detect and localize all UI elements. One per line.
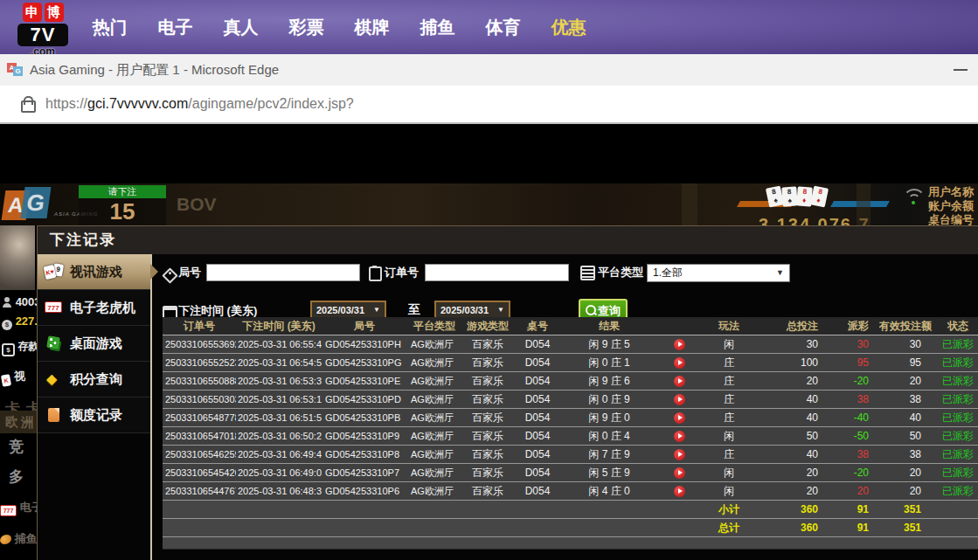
table-row: 2503310654701802025-03-31 06:50:28GD0542… [163,427,978,446]
col-header-result: 结果 [561,317,657,335]
cell-game-type: 百家乐 [461,427,514,445]
replay-play-icon[interactable] [674,467,685,479]
menu-item-table-games[interactable]: 桌面游戏 [38,326,150,362]
cell-total-bet: 100 [757,354,830,371]
menu-item-slot-machines[interactable]: 电子老虎机 [38,290,150,326]
replay-play-icon[interactable] [674,376,685,387]
cell-table-no: D054 [514,335,561,353]
minimize-button[interactable] [952,63,971,77]
deposit-label: 存款 [17,340,37,352]
table-row: 2503310655030362025-03-31 06:53:10GD0542… [163,391,978,409]
diamond-icon [45,371,64,387]
clipboard-icon [369,266,382,281]
dealt-cards: 8♠8♠8♦8♦ [767,185,837,208]
menu-item-quota-records[interactable]: 额度记录 [38,398,150,433]
info-label-2: 桌台编号 [928,213,978,225]
cell-replay [657,335,701,353]
window-title: Asia Gaming - 用户配置 1 - Microsoft Edge [30,54,279,86]
grand-total-row-valid-bet: 351 [879,519,937,536]
cell-payout: -40 [830,409,879,426]
site-logo[interactable]: 申 博 7V .com [16,3,70,58]
col-header-round-id: 局号 [322,317,407,335]
cell-play: 庄 [701,372,757,390]
col-header-game-type: 游戏类型 [461,317,514,335]
dollar-icon: $ [2,343,15,356]
cards-icon [45,264,64,280]
cell-result: 闲 7 庄 9 [561,446,657,463]
col-header-total-bet: 总投注 [757,317,830,335]
order-input[interactable] [425,264,569,281]
cell-result: 闲 0 庄 4 [561,427,657,445]
lobby-hall-europe[interactable]: 欧洲 [0,411,37,433]
menu-item-points-query[interactable]: 积分查询 [38,362,150,398]
lock-icon [21,100,36,113]
cell-result: 闲 0 庄 9 [561,391,657,408]
col-header-replay [657,317,701,335]
cell-round-id: GD054253310PG [322,354,407,371]
jackpot-value: 3,134,076.7 [759,215,870,225]
address-bar[interactable]: https://gci.7vvvvvv.com/agingame/pcv2/in… [0,86,978,124]
subtotal-row-status [937,501,978,518]
card-suit: ♦ [796,196,812,205]
nav-item-sports[interactable]: 体育 [470,0,536,54]
lobby-item-fishing[interactable]: 捕鱼王 [0,531,37,547]
table-row: 2503310654476702025-03-31 06:48:31GD0542… [163,482,978,501]
replay-play-icon[interactable] [674,357,685,369]
cell-platform: AG欧洲厅 [407,427,461,445]
nav-item-fishing[interactable]: 捕鱼 [405,0,470,54]
player-bar [830,201,890,207]
nav-item-live[interactable]: 真人 [208,0,274,54]
cell-bet-time: 2025-03-31 06:48:31 [236,482,322,500]
grand-total-row-status [937,519,978,536]
round-input[interactable] [206,264,360,281]
cell-table-no: D054 [514,482,561,500]
playing-card: 8♦ [810,185,829,207]
grand-total-row-bet-time [236,519,322,536]
replay-play-icon[interactable] [674,412,685,424]
cell-platform: AG欧洲厅 [407,391,461,408]
balance-stat: $ 227. [2,315,37,330]
subtotal-row-replay [657,501,701,518]
cell-replay [657,372,701,390]
lobby-hall-duo[interactable]: 多 [9,467,24,487]
lobby-hall-jing[interactable]: 竞 [9,437,24,457]
cell-order-id: 250331065536923 [163,335,236,353]
lobby-item-video[interactable]: K 视 [2,369,25,386]
cell-order-id: 250331065525231 [163,354,236,371]
cell-order-id: 250331065462596 [163,446,236,463]
online-users-value: 4003 [16,295,37,308]
replay-play-icon[interactable] [674,431,685,442]
platform-select[interactable]: 1.全部▼ [647,264,790,282]
nav-item-lottery[interactable]: 彩票 [274,0,339,54]
slot-icon [45,300,64,315]
date-from-value: 2025/03/31 [316,305,364,315]
replay-play-icon[interactable] [674,486,685,497]
tag-icon [162,267,177,283]
cell-total-bet: 20 [757,464,830,481]
select-arrow-icon: ▼ [776,265,784,281]
cell-table-no: D054 [514,354,561,371]
replay-play-icon[interactable] [674,449,685,460]
cell-bet-time: 2025-03-31 06:53:10 [236,391,322,408]
cell-round-id: GD054253310PH [322,335,407,353]
magnifier-icon [586,305,596,315]
replay-play-icon[interactable] [674,339,685,350]
menu-item-video-games[interactable]: 视讯游戏 [38,254,150,290]
bet-countdown-value: 15 [79,198,166,225]
cell-total-bet: 40 [757,446,830,463]
cell-play: 闲 [701,335,757,353]
menu-item-label: 视讯游戏 [70,264,122,280]
nav-item-slots[interactable]: 电子 [142,0,208,54]
nav-item-board[interactable]: 棋牌 [339,0,405,54]
nav-item-promo[interactable]: 优惠 [536,0,601,54]
cell-order-id: 250331065454268 [163,464,236,481]
url-text[interactable]: https://gci.7vvvvvv.com/agingame/pcv2/in… [45,86,354,122]
replay-play-icon[interactable] [674,394,685,405]
lobby-item-slots[interactable]: 777 电子游戏 [0,500,37,516]
deposit-button[interactable]: $ 存款 [2,339,37,356]
cell-bet-time: 2025-03-31 06:49:07 [236,464,322,481]
menu-item-label: 电子老虎机 [70,300,135,316]
nav-item-hot[interactable]: 热门 [77,0,142,54]
menu-item-label: 积分查询 [70,371,122,388]
cell-payout: 20 [830,482,879,500]
